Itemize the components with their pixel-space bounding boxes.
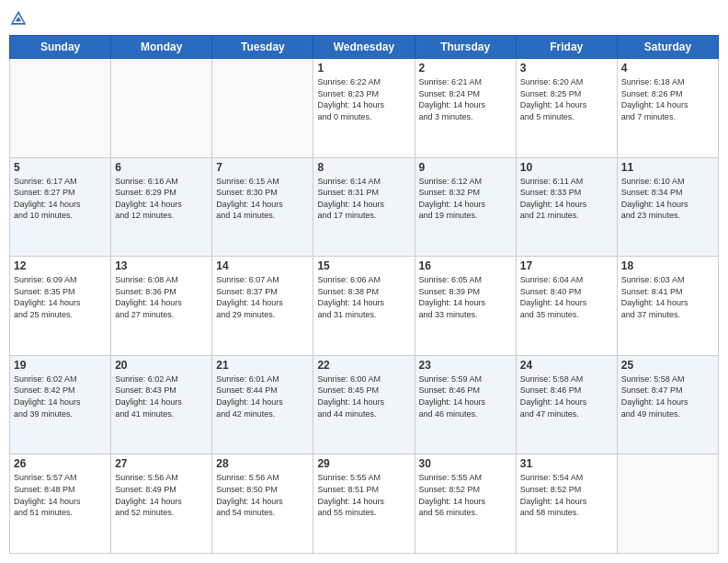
calendar-week-1: 1Sunrise: 6:22 AM Sunset: 8:23 PM Daylig…	[10, 59, 719, 158]
calendar-cell: 13Sunrise: 6:08 AM Sunset: 8:36 PM Dayli…	[111, 257, 212, 356]
day-info: Sunrise: 5:57 AM Sunset: 8:48 PM Dayligh…	[14, 472, 107, 518]
day-number: 6	[115, 161, 208, 174]
calendar-cell: 11Sunrise: 6:10 AM Sunset: 8:34 PM Dayli…	[617, 157, 718, 257]
weekday-tuesday: Tuesday	[212, 36, 313, 59]
day-number: 31	[520, 457, 613, 470]
calendar-week-3: 12Sunrise: 6:09 AM Sunset: 8:35 PM Dayli…	[10, 257, 719, 356]
day-number: 8	[317, 161, 410, 174]
day-number: 25	[621, 359, 714, 372]
calendar-cell: 19Sunrise: 6:02 AM Sunset: 8:42 PM Dayli…	[10, 355, 111, 454]
day-info: Sunrise: 6:17 AM Sunset: 8:27 PM Dayligh…	[14, 176, 107, 222]
day-number: 19	[14, 359, 107, 372]
calendar-cell: 14Sunrise: 6:07 AM Sunset: 8:37 PM Dayli…	[212, 257, 313, 356]
day-number: 30	[419, 457, 512, 470]
page: SundayMondayTuesdayWednesdayThursdayFrid…	[0, 0, 728, 563]
calendar-cell: 29Sunrise: 5:55 AM Sunset: 8:51 PM Dayli…	[313, 454, 415, 554]
header	[9, 9, 719, 28]
day-info: Sunrise: 5:55 AM Sunset: 8:52 PM Dayligh…	[419, 472, 512, 518]
calendar-cell: 21Sunrise: 6:01 AM Sunset: 8:44 PM Dayli…	[212, 355, 313, 454]
day-number: 23	[419, 359, 512, 372]
day-info: Sunrise: 6:04 AM Sunset: 8:40 PM Dayligh…	[520, 274, 613, 320]
weekday-wednesday: Wednesday	[313, 36, 415, 59]
day-number: 7	[216, 161, 309, 174]
day-number: 14	[216, 259, 309, 272]
calendar-cell: 24Sunrise: 5:58 AM Sunset: 8:46 PM Dayli…	[516, 355, 617, 454]
calendar-cell: 2Sunrise: 6:21 AM Sunset: 8:24 PM Daylig…	[415, 59, 516, 158]
day-info: Sunrise: 6:16 AM Sunset: 8:29 PM Dayligh…	[115, 176, 208, 222]
calendar-week-2: 5Sunrise: 6:17 AM Sunset: 8:27 PM Daylig…	[10, 157, 719, 257]
logo	[9, 9, 31, 28]
calendar-cell: 25Sunrise: 5:58 AM Sunset: 8:47 PM Dayli…	[617, 355, 718, 454]
calendar-cell: 6Sunrise: 6:16 AM Sunset: 8:29 PM Daylig…	[111, 157, 212, 257]
day-info: Sunrise: 6:14 AM Sunset: 8:31 PM Dayligh…	[317, 176, 410, 222]
day-number: 13	[115, 259, 208, 272]
calendar-cell: 26Sunrise: 5:57 AM Sunset: 8:48 PM Dayli…	[10, 454, 111, 554]
day-info: Sunrise: 6:18 AM Sunset: 8:26 PM Dayligh…	[621, 76, 714, 122]
day-number: 11	[621, 161, 714, 174]
day-number: 5	[14, 161, 107, 174]
calendar-cell: 27Sunrise: 5:56 AM Sunset: 8:49 PM Dayli…	[111, 454, 212, 554]
calendar-cell: 28Sunrise: 5:56 AM Sunset: 8:50 PM Dayli…	[212, 454, 313, 554]
calendar-cell: 18Sunrise: 6:03 AM Sunset: 8:41 PM Dayli…	[617, 257, 718, 356]
calendar-body: 1Sunrise: 6:22 AM Sunset: 8:23 PM Daylig…	[10, 59, 719, 554]
day-info: Sunrise: 6:05 AM Sunset: 8:39 PM Dayligh…	[419, 274, 512, 320]
day-info: Sunrise: 5:58 AM Sunset: 8:46 PM Dayligh…	[520, 373, 613, 419]
calendar-cell: 7Sunrise: 6:15 AM Sunset: 8:30 PM Daylig…	[212, 157, 313, 257]
day-info: Sunrise: 6:02 AM Sunset: 8:42 PM Dayligh…	[14, 373, 107, 419]
weekday-sunday: Sunday	[10, 36, 111, 59]
day-info: Sunrise: 6:09 AM Sunset: 8:35 PM Dayligh…	[14, 274, 107, 320]
day-info: Sunrise: 6:01 AM Sunset: 8:44 PM Dayligh…	[216, 373, 309, 419]
day-info: Sunrise: 6:22 AM Sunset: 8:23 PM Dayligh…	[317, 76, 410, 122]
day-number: 1	[317, 62, 410, 75]
day-info: Sunrise: 6:20 AM Sunset: 8:25 PM Dayligh…	[520, 76, 613, 122]
day-number: 15	[317, 259, 410, 272]
calendar-cell: 8Sunrise: 6:14 AM Sunset: 8:31 PM Daylig…	[313, 157, 415, 257]
day-info: Sunrise: 6:02 AM Sunset: 8:43 PM Dayligh…	[115, 373, 208, 419]
day-info: Sunrise: 5:54 AM Sunset: 8:52 PM Dayligh…	[520, 472, 613, 518]
day-info: Sunrise: 5:56 AM Sunset: 8:50 PM Dayligh…	[216, 472, 309, 518]
day-info: Sunrise: 5:56 AM Sunset: 8:49 PM Dayligh…	[115, 472, 208, 518]
day-number: 3	[520, 62, 613, 75]
weekday-header-row: SundayMondayTuesdayWednesdayThursdayFrid…	[10, 36, 719, 59]
calendar-table: SundayMondayTuesdayWednesdayThursdayFrid…	[9, 35, 719, 554]
calendar-week-4: 19Sunrise: 6:02 AM Sunset: 8:42 PM Dayli…	[10, 355, 719, 454]
day-number: 17	[520, 259, 613, 272]
day-number: 2	[419, 62, 512, 75]
day-info: Sunrise: 6:12 AM Sunset: 8:32 PM Dayligh…	[419, 176, 512, 222]
day-info: Sunrise: 6:06 AM Sunset: 8:38 PM Dayligh…	[317, 274, 410, 320]
calendar-cell: 3Sunrise: 6:20 AM Sunset: 8:25 PM Daylig…	[516, 59, 617, 158]
day-number: 12	[14, 259, 107, 272]
calendar-cell: 9Sunrise: 6:12 AM Sunset: 8:32 PM Daylig…	[415, 157, 516, 257]
calendar-cell: 10Sunrise: 6:11 AM Sunset: 8:33 PM Dayli…	[516, 157, 617, 257]
day-info: Sunrise: 6:03 AM Sunset: 8:41 PM Dayligh…	[621, 274, 714, 320]
day-number: 21	[216, 359, 309, 372]
day-number: 26	[14, 457, 107, 470]
calendar-week-5: 26Sunrise: 5:57 AM Sunset: 8:48 PM Dayli…	[10, 454, 719, 554]
day-info: Sunrise: 5:58 AM Sunset: 8:47 PM Dayligh…	[621, 373, 714, 419]
calendar-cell: 16Sunrise: 6:05 AM Sunset: 8:39 PM Dayli…	[415, 257, 516, 356]
day-info: Sunrise: 6:00 AM Sunset: 8:45 PM Dayligh…	[317, 373, 410, 419]
calendar-cell: 12Sunrise: 6:09 AM Sunset: 8:35 PM Dayli…	[10, 257, 111, 356]
calendar-cell: 5Sunrise: 6:17 AM Sunset: 8:27 PM Daylig…	[10, 157, 111, 257]
calendar-cell: 17Sunrise: 6:04 AM Sunset: 8:40 PM Dayli…	[516, 257, 617, 356]
day-number: 16	[419, 259, 512, 272]
day-number: 10	[520, 161, 613, 174]
calendar-cell: 30Sunrise: 5:55 AM Sunset: 8:52 PM Dayli…	[415, 454, 516, 554]
day-number: 27	[115, 457, 208, 470]
weekday-thursday: Thursday	[415, 36, 516, 59]
day-info: Sunrise: 6:15 AM Sunset: 8:30 PM Dayligh…	[216, 176, 309, 222]
day-number: 4	[621, 62, 714, 75]
calendar-cell	[617, 454, 718, 554]
day-info: Sunrise: 6:21 AM Sunset: 8:24 PM Dayligh…	[419, 76, 512, 122]
day-info: Sunrise: 6:08 AM Sunset: 8:36 PM Dayligh…	[115, 274, 208, 320]
weekday-monday: Monday	[111, 36, 212, 59]
day-number: 29	[317, 457, 410, 470]
calendar-header: SundayMondayTuesdayWednesdayThursdayFrid…	[10, 36, 719, 59]
calendar-cell: 22Sunrise: 6:00 AM Sunset: 8:45 PM Dayli…	[313, 355, 415, 454]
day-number: 28	[216, 457, 309, 470]
weekday-friday: Friday	[516, 36, 617, 59]
calendar-cell: 15Sunrise: 6:06 AM Sunset: 8:38 PM Dayli…	[313, 257, 415, 356]
day-number: 24	[520, 359, 613, 372]
day-number: 22	[317, 359, 410, 372]
day-info: Sunrise: 6:07 AM Sunset: 8:37 PM Dayligh…	[216, 274, 309, 320]
